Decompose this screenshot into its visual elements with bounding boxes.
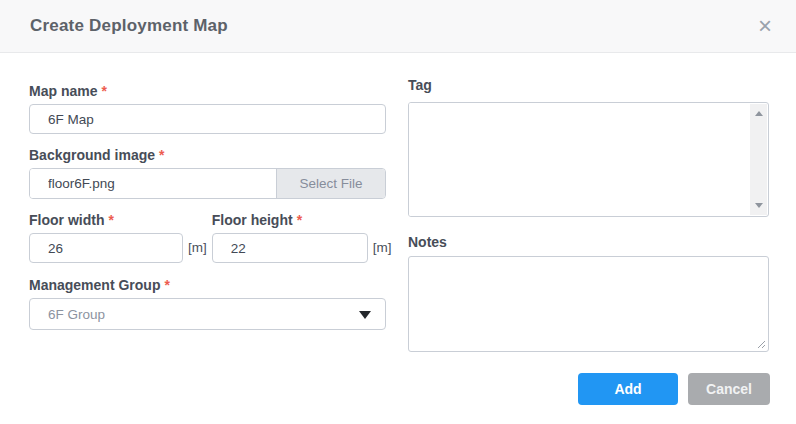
floor-width-label: Floor width* [29,213,183,227]
tag-field: Tag [408,78,769,217]
floor-height-label-text: Floor height [212,212,293,228]
floor-dimensions-row: Floor width* [m] Floor height* [m] [29,213,386,263]
create-deployment-map-dialog: Create Deployment Map × Map name* Backgr… [0,0,796,424]
notes-field: Notes [408,235,769,352]
required-marker: * [159,147,164,163]
cancel-button[interactable]: Cancel [688,373,770,405]
floor-width-label-text: Floor width [29,212,104,228]
management-group-select[interactable]: 6F Group [29,298,386,330]
dialog-footer: Add Cancel [578,373,770,405]
background-image-field: Background image* Select File [29,148,386,199]
background-image-label: Background image* [29,148,386,162]
floor-height-input[interactable] [212,233,368,263]
required-marker: * [297,212,302,228]
dialog-body: Map name* Background image* Select File … [0,53,796,352]
floor-width-input[interactable] [29,233,183,263]
scroll-down-icon[interactable] [755,203,763,208]
tag-scrollbar[interactable] [750,104,767,215]
required-marker: * [108,212,113,228]
management-group-label-text: Management Group [29,277,160,293]
map-name-field: Map name* [29,84,386,134]
background-image-group: Select File [29,168,386,199]
background-image-input[interactable] [30,169,277,198]
add-button[interactable]: Add [578,373,678,405]
select-file-button[interactable]: Select File [277,169,385,198]
notes-label: Notes [408,235,769,249]
right-column: Tag Notes [408,53,769,352]
floor-height-unit: [m] [373,233,392,263]
map-name-label-text: Map name [29,83,97,99]
tag-input[interactable] [409,103,750,216]
scroll-up-icon[interactable] [755,111,763,116]
left-column: Map name* Background image* Select File … [29,53,386,352]
floor-height-field: Floor height* [212,213,368,263]
tag-label: Tag [408,78,769,92]
notes-box [408,256,769,352]
required-marker: * [164,277,169,293]
management-group-label: Management Group* [29,278,386,292]
background-image-label-text: Background image [29,147,155,163]
dialog-header: Create Deployment Map × [0,0,796,53]
chevron-down-icon [359,311,371,319]
notes-input[interactable] [408,256,769,352]
required-marker: * [101,83,106,99]
management-group-field: Management Group* 6F Group [29,278,386,330]
management-group-selected-value: 6F Group [48,307,105,322]
map-name-input[interactable] [29,104,386,134]
floor-width-unit: [m] [188,233,207,263]
map-name-label: Map name* [29,84,386,98]
dialog-title: Create Deployment Map [30,16,228,36]
tag-box [408,102,769,217]
close-icon[interactable]: × [756,14,774,38]
floor-width-field: Floor width* [29,213,183,263]
floor-height-label: Floor height* [212,213,368,227]
